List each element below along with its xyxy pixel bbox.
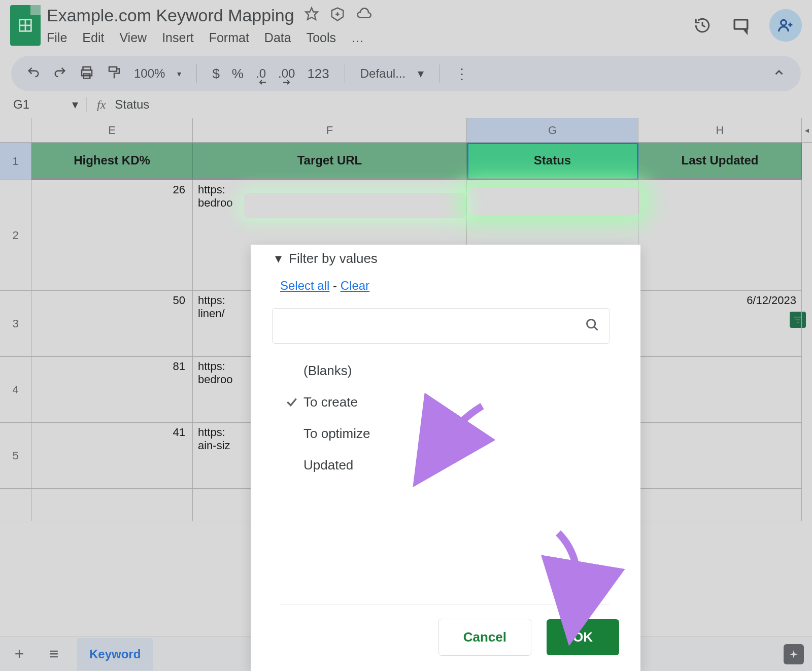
redo-icon[interactable]: [53, 65, 67, 82]
collapse-icon[interactable]: ▾: [275, 251, 282, 266]
history-icon[interactable]: [692, 15, 713, 36]
cell-e5[interactable]: 41: [31, 423, 193, 489]
filter-heading: Filter by values: [289, 251, 378, 266]
zoom-select[interactable]: 100%: [134, 66, 165, 81]
percent-button[interactable]: %: [232, 66, 244, 82]
select-all-cell[interactable]: [0, 118, 31, 143]
document-title[interactable]: Example.com Keyword Mapping: [47, 6, 294, 25]
header-cell-target-url[interactable]: Target URL: [193, 143, 467, 180]
filter-item-to-optimize[interactable]: To optimize: [280, 418, 640, 449]
filter-item-updated[interactable]: Updated: [280, 449, 640, 481]
comment-icon[interactable]: [731, 15, 751, 36]
cell-h4[interactable]: [638, 357, 802, 423]
header-cell-last-updated[interactable]: Last Updated: [638, 143, 802, 180]
row-header-2[interactable]: 2: [0, 180, 31, 291]
cell-blank[interactable]: [31, 489, 193, 521]
move-icon[interactable]: [330, 7, 345, 25]
cell-h3[interactable]: 6/12/2023: [638, 291, 802, 357]
menu-format[interactable]: Format: [209, 30, 249, 45]
filter-search-box[interactable]: [272, 308, 610, 344]
svg-marker-3: [306, 8, 317, 19]
filter-search-input[interactable]: [283, 319, 585, 332]
cell-h2[interactable]: [638, 180, 802, 291]
decrease-decimal-button[interactable]: .0: [256, 66, 266, 81]
col-header-h[interactable]: H: [638, 118, 802, 143]
svg-rect-13: [109, 67, 117, 72]
row-header-blank[interactable]: [0, 489, 31, 521]
more-toolbar-icon[interactable]: ⋮: [455, 65, 469, 82]
svg-rect-6: [734, 20, 748, 29]
fx-icon: fx: [97, 98, 106, 112]
sheets-logo-icon[interactable]: [10, 5, 41, 46]
header-cell-status[interactable]: Status: [467, 143, 638, 180]
menu-data[interactable]: Data: [264, 30, 291, 45]
svg-marker-28: [790, 650, 798, 658]
row-header-1[interactable]: 1: [0, 143, 31, 180]
col-header-g[interactable]: G: [467, 118, 638, 143]
cell-e2[interactable]: 26: [31, 180, 193, 291]
cell-blank[interactable]: [638, 489, 802, 521]
formula-bar[interactable]: Status: [115, 97, 149, 112]
col-header-f[interactable]: F: [193, 118, 467, 143]
cloud-icon[interactable]: [356, 7, 373, 25]
add-sheet-button[interactable]: +: [8, 645, 30, 663]
link[interactable]: https:: [198, 426, 225, 439]
search-icon: [585, 318, 599, 334]
menu-insert[interactable]: Insert: [162, 30, 194, 45]
scroll-left-icon[interactable]: ◂: [802, 118, 812, 143]
menu-file[interactable]: File: [47, 30, 67, 45]
svg-point-29: [587, 320, 595, 328]
svg-point-7: [781, 20, 787, 25]
share-button[interactable]: [769, 9, 802, 42]
ok-button[interactable]: OK: [547, 619, 619, 655]
explore-button[interactable]: [784, 644, 804, 664]
name-box[interactable]: G1 ▾: [5, 97, 86, 112]
link[interactable]: https:: [198, 183, 225, 196]
cell-h5[interactable]: [638, 423, 802, 489]
toolbar: 100% ▾ $ % .0 .00 123 Defaul...▾ ⋮: [11, 56, 801, 91]
currency-button[interactable]: $: [212, 66, 219, 82]
increase-decimal-button[interactable]: .00: [278, 66, 295, 81]
link[interactable]: https:: [198, 360, 225, 373]
name-box-ref: G1: [13, 97, 29, 112]
menu-view[interactable]: View: [119, 30, 147, 45]
print-icon[interactable]: [79, 65, 94, 82]
header-label: Last Updated: [681, 153, 758, 167]
clear-link[interactable]: Clear: [341, 279, 369, 292]
link[interactable]: bedroo: [198, 373, 233, 386]
link[interactable]: bedroo: [198, 196, 233, 209]
header-label: Highest KD%: [74, 153, 150, 167]
filter-popup: ▾ Filter by values Select all - Clear (B…: [251, 245, 640, 671]
header-label: Target URL: [297, 153, 362, 167]
sheet-tab[interactable]: Keyword: [77, 638, 153, 670]
cell-e4[interactable]: 81: [31, 357, 193, 423]
menu-tools[interactable]: Tools: [307, 30, 336, 45]
cell-e3[interactable]: 50: [31, 291, 193, 357]
link[interactable]: linen/: [198, 307, 225, 320]
row-header-4[interactable]: 4: [0, 357, 31, 423]
menu-more[interactable]: …: [351, 30, 364, 45]
font-select[interactable]: Defaul...▾: [360, 66, 424, 81]
menu-edit[interactable]: Edit: [82, 30, 104, 45]
col-header-e[interactable]: E: [31, 118, 193, 143]
row-header-5[interactable]: 5: [0, 423, 31, 489]
link[interactable]: ain-siz: [198, 439, 230, 452]
row-header-3[interactable]: 3: [0, 291, 31, 357]
filter-item-blanks[interactable]: (Blanks): [280, 355, 640, 386]
header-cell-highest-kd[interactable]: Highest KD%: [31, 143, 193, 180]
name-box-dropdown-icon[interactable]: ▾: [72, 97, 78, 112]
svg-line-30: [594, 327, 598, 330]
filter-item-to-create[interactable]: To create: [280, 386, 640, 418]
star-icon[interactable]: [304, 7, 319, 25]
cancel-button[interactable]: Cancel: [438, 619, 531, 656]
select-all-link[interactable]: Select all: [280, 279, 329, 292]
link[interactable]: https:: [198, 294, 225, 307]
number-format-button[interactable]: 123: [307, 66, 329, 82]
collapse-toolbar-icon[interactable]: [772, 66, 786, 81]
all-sheets-button[interactable]: ≡: [43, 645, 65, 663]
header-label: Status: [534, 153, 571, 167]
dropdown-icon[interactable]: ▾: [177, 69, 181, 79]
paint-format-icon[interactable]: [107, 65, 122, 82]
undo-icon[interactable]: [26, 65, 41, 82]
check-icon: [280, 395, 303, 409]
